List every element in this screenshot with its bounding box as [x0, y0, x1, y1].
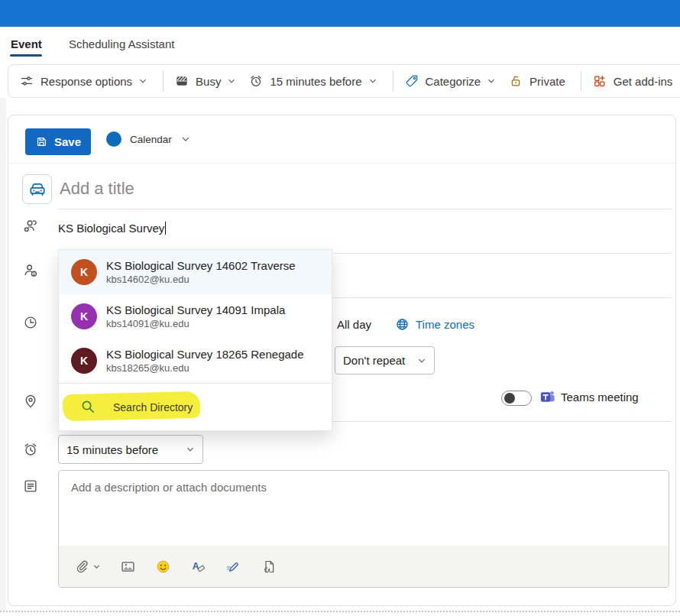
event-compose-window: Event Scheduling Assistant Response opti… — [0, 0, 680, 616]
toolbar-divider — [581, 71, 581, 91]
teams-meeting-label: Teams meeting — [561, 391, 639, 404]
suggestion-item[interactable]: K KS Biological Survey 14091 Impala kbs1… — [59, 294, 332, 339]
insert-image-button[interactable] — [120, 559, 136, 575]
reminder-select-value: 15 minutes before — [66, 443, 158, 456]
toggle-knob — [504, 393, 515, 404]
description-placeholder: Add a description or attach documents — [71, 481, 267, 494]
teams-icon — [539, 388, 556, 406]
tag-icon — [404, 73, 419, 89]
reminder-select[interactable]: 15 minutes before — [58, 435, 203, 464]
teams-meeting-toggle[interactable] — [501, 391, 532, 406]
calendar-picker-label: Calendar — [130, 134, 172, 145]
field-underline — [58, 209, 672, 209]
svg-text:A: A — [193, 561, 199, 572]
suggestion-item[interactable]: K KS Biological Survey 14602 Traverse kb… — [59, 250, 332, 294]
show-as-busy-button[interactable]: Busy — [174, 73, 236, 89]
categorize-label: Categorize — [426, 75, 481, 88]
calendar-color-dot — [106, 131, 121, 147]
chevron-down-icon — [487, 76, 496, 86]
avatar-initial: K — [80, 266, 88, 278]
chevron-down-icon — [138, 76, 147, 86]
toolbar-divider — [393, 71, 393, 91]
chevron-down-icon — [180, 134, 191, 144]
required-attendees-input[interactable]: KS Biological Survey — [58, 222, 166, 235]
busy-label: Busy — [196, 75, 221, 88]
response-options-icon — [19, 73, 34, 89]
suggestion-item[interactable]: K KS Biological Survey 18265 Renegade kb… — [59, 339, 332, 383]
chevron-down-icon — [227, 76, 236, 86]
editor-toolbar: A — [59, 546, 669, 587]
app-header-bar — [0, 0, 680, 27]
repeat-select[interactable]: Don't repeat — [335, 346, 435, 374]
get-addins-button[interactable]: Get add-ins — [592, 73, 673, 89]
suggestion-name: KS Biological Survey 18265 Renegade — [106, 347, 304, 361]
save-floppy-icon — [35, 135, 48, 148]
reminder-toolbar-label: 15 minutes before — [270, 75, 361, 88]
save-button[interactable]: Save — [25, 128, 91, 155]
addins-grid-plus-icon — [592, 73, 607, 89]
chevron-down-icon — [92, 563, 101, 571]
private-button[interactable]: Private — [508, 73, 565, 89]
categorize-button[interactable]: Categorize — [404, 73, 497, 89]
title-input[interactable]: Add a title — [60, 179, 134, 199]
busy-status-icon — [174, 73, 189, 89]
search-directory-button[interactable]: Search Directory — [59, 384, 332, 430]
private-label: Private — [529, 75, 565, 88]
command-bar: Response options Busy — [8, 64, 680, 98]
search-icon — [79, 398, 97, 416]
calendar-picker[interactable]: Calendar — [106, 131, 191, 147]
avatar-initial: K — [80, 355, 88, 367]
suggestion-email: kbs14091@ku.edu — [106, 317, 285, 330]
description-notes-icon — [22, 478, 39, 494]
active-tab-underline — [10, 54, 42, 57]
response-options-label: Response options — [40, 75, 132, 88]
attendee-suggestions-flyout: K KS Biological Survey 14602 Traverse kb… — [58, 249, 332, 431]
car-icon — [28, 180, 47, 199]
time-zones-link[interactable]: Time zones — [416, 318, 474, 331]
avatar: K — [71, 348, 97, 374]
reminder-toolbar-button[interactable]: 15 minutes before — [248, 73, 377, 89]
attendees-typed-text: KS Biological Survey — [58, 222, 164, 235]
save-label: Save — [54, 135, 81, 148]
bottom-dashed-border — [0, 611, 680, 612]
toolbar-divider — [163, 71, 164, 91]
loop-component-button[interactable] — [261, 559, 277, 575]
avatar: K — [71, 259, 97, 285]
emoji-button[interactable] — [155, 559, 171, 575]
text-cursor — [165, 222, 166, 235]
suggestion-email: kbs18265@ku.edu — [106, 361, 304, 374]
event-form-card: Save Calendar Add a title — [8, 115, 676, 606]
response-options-button[interactable]: Response options — [19, 73, 147, 89]
page-gutter — [0, 98, 6, 611]
avatar-initial: K — [80, 310, 88, 323]
alarm-clock-icon — [248, 73, 264, 89]
search-directory-label: Search Directory — [113, 401, 193, 413]
tab-event[interactable]: Event — [11, 37, 42, 50]
suggestion-email: kbs14602@ku.edu — [106, 273, 296, 286]
globe-icon — [394, 316, 410, 332]
suggestion-name: KS Biological Survey 14091 Impala — [106, 303, 285, 317]
reminder-alarm-icon — [22, 441, 39, 458]
chevron-down-icon — [368, 76, 377, 86]
chevron-down-icon — [186, 445, 195, 454]
suggestion-name: KS Biological Survey 14602 Traverse — [106, 258, 296, 273]
draw-pen-button[interactable] — [225, 559, 241, 575]
invite-attendees-icon — [22, 218, 39, 235]
clock-icon — [22, 314, 39, 331]
attach-file-button[interactable] — [74, 559, 101, 574]
unlocked-padlock-icon — [508, 73, 523, 89]
location-pin-icon — [22, 393, 39, 410]
repeat-select-value: Don't repeat — [343, 354, 405, 367]
chevron-down-icon — [417, 356, 426, 365]
tab-scheduling-assistant[interactable]: Scheduling Assistant — [69, 37, 174, 50]
card-divider — [8, 163, 675, 164]
clear-formatting-button[interactable]: A — [190, 559, 206, 575]
description-editor[interactable]: Add a description or attach documents — [58, 470, 669, 588]
get-addins-label: Get add-ins — [614, 75, 673, 88]
optional-attendees-icon — [22, 262, 39, 279]
event-type-icon-box — [22, 174, 52, 204]
all-day-label: All day — [337, 318, 371, 331]
avatar: K — [71, 303, 97, 329]
